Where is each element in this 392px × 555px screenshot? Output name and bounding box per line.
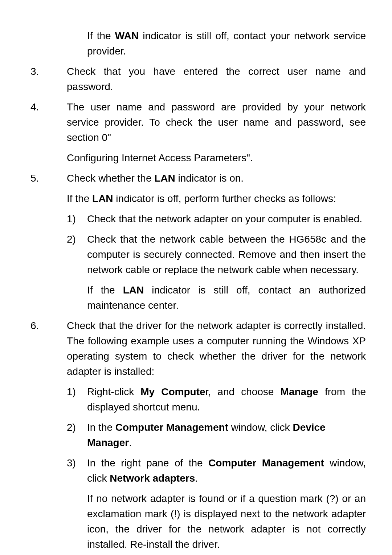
list-item: 5. Check whether the LAN indicator is on… bbox=[26, 171, 366, 313]
ordered-list: 3. Check that you have entered the corre… bbox=[26, 64, 366, 555]
document-page: If the WAN indicator is still off, conta… bbox=[0, 0, 392, 555]
item-number: 3. bbox=[30, 64, 45, 79]
paragraph: If the LAN indicator is still off, conta… bbox=[87, 283, 366, 313]
text: r, and choose bbox=[205, 386, 281, 397]
lead-line: If the WAN indicator is still off, conta… bbox=[26, 28, 366, 59]
paragraph: Configuring Internet Access Parameters". bbox=[67, 150, 366, 166]
paragraph: Right-click My Computer, and choose Mana… bbox=[87, 384, 366, 415]
item-body: The user name and password are provided … bbox=[67, 100, 366, 166]
item-number: 1) bbox=[67, 384, 81, 400]
text: If the bbox=[87, 30, 115, 41]
text: In the right pane of the bbox=[87, 457, 208, 469]
paragraph: In the Computer Management window, click… bbox=[87, 420, 366, 450]
bold: Network adapters bbox=[110, 473, 195, 484]
item-number: 2) bbox=[67, 420, 81, 435]
bold: LAN bbox=[154, 173, 175, 184]
item-number: 6. bbox=[30, 318, 45, 333]
paragraph: The user name and password are provided … bbox=[67, 100, 366, 145]
text: If the bbox=[87, 284, 123, 296]
list-item: 3) In the right pane of the Computer Man… bbox=[67, 455, 366, 552]
item-number: 5. bbox=[30, 171, 45, 186]
paragraph: If no network adapter is found or if a q… bbox=[87, 491, 366, 552]
item-body: Check that the network adapter on your c… bbox=[87, 211, 366, 227]
item-number: 4. bbox=[30, 100, 45, 115]
paragraph: In the right pane of the Computer Manage… bbox=[87, 455, 366, 486]
bold: Computer Management bbox=[115, 422, 228, 433]
paragraph: Check that the network cable between the… bbox=[87, 232, 366, 278]
item-body: In the right pane of the Computer Manage… bbox=[87, 455, 366, 552]
text: . bbox=[195, 473, 198, 484]
text: indicator is on. bbox=[175, 173, 244, 184]
item-number: 2) bbox=[67, 232, 81, 247]
item-number: 3) bbox=[67, 455, 81, 471]
list-item: 4. The user name and password are provid… bbox=[26, 100, 366, 166]
item-body: In the Computer Management window, click… bbox=[87, 420, 366, 450]
list-item: 6. Check that the driver for the network… bbox=[26, 318, 366, 552]
text: window, click bbox=[228, 422, 293, 433]
list-item: 3. Check that you have entered the corre… bbox=[26, 64, 366, 94]
paragraph: If the LAN indicator is off, perform fur… bbox=[67, 191, 366, 206]
ordered-sublist: 1) Right-click My Computer, and choose M… bbox=[67, 384, 366, 552]
text: In the bbox=[87, 422, 115, 433]
text: . bbox=[129, 437, 132, 448]
bold: Computer Management bbox=[208, 457, 324, 469]
list-item: 2) Check that the network cable between … bbox=[67, 232, 366, 313]
paragraph: Check whether the LAN indicator is on. bbox=[67, 171, 366, 186]
item-body: Check that the driver for the network ad… bbox=[67, 318, 366, 552]
paragraph: Check that you have entered the correct … bbox=[67, 64, 366, 94]
paragraph: Check that the network adapter on your c… bbox=[87, 211, 366, 227]
bold: LAN bbox=[92, 193, 113, 204]
bold: Manage bbox=[281, 386, 318, 397]
text: Check whether the bbox=[67, 173, 154, 184]
list-item: 2) In the Computer Management window, cl… bbox=[67, 420, 366, 450]
bold: WAN bbox=[115, 30, 139, 41]
ordered-sublist: 1) Check that the network adapter on you… bbox=[67, 211, 366, 313]
text: indicator is off, perform further checks… bbox=[113, 193, 336, 204]
bold: LAN bbox=[123, 284, 144, 296]
list-item: 1) Check that the network adapter on you… bbox=[67, 211, 366, 227]
item-body: Check whether the LAN indicator is on. I… bbox=[67, 171, 366, 313]
bold: My Compute bbox=[140, 386, 205, 397]
item-body: Right-click My Computer, and choose Mana… bbox=[87, 384, 366, 415]
list-item: 1) Right-click My Computer, and choose M… bbox=[67, 384, 366, 415]
text: Right-click bbox=[87, 386, 140, 397]
text: If the bbox=[67, 193, 92, 204]
item-body: Check that you have entered the correct … bbox=[67, 64, 366, 94]
paragraph: Check that the driver for the network ad… bbox=[67, 318, 366, 379]
item-body: Check that the network cable between the… bbox=[87, 232, 366, 313]
item-number: 1) bbox=[67, 211, 81, 227]
